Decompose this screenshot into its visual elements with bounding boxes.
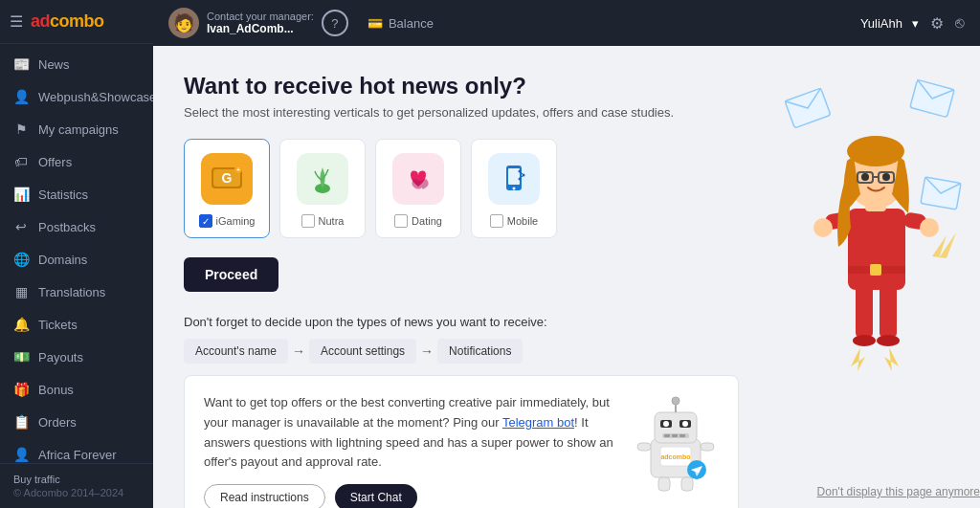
svg-point-47 bbox=[920, 218, 939, 237]
user-section[interactable]: YuliAhh ▾ bbox=[860, 16, 919, 31]
robot-svg: adcombo bbox=[634, 393, 718, 498]
sidebar-footer: Buy traffic © Adcombo 2014–2024 bbox=[0, 463, 153, 508]
orders-icon: 📋 bbox=[13, 414, 29, 430]
arrow-icon-2: → bbox=[420, 343, 434, 359]
svg-rect-29 bbox=[681, 477, 693, 491]
step-account-name[interactable]: Account's name bbox=[184, 339, 288, 364]
sidebar-label-statistics: Statistics bbox=[38, 188, 88, 202]
sidebar-label-orders: Orders bbox=[38, 415, 77, 430]
svg-point-39 bbox=[853, 335, 876, 346]
sidebar-label-news: News bbox=[38, 57, 70, 72]
svg-point-55 bbox=[882, 173, 890, 181]
telegram-bot-link[interactable]: Telegram bot bbox=[502, 415, 574, 430]
sidebar-item-payouts[interactable]: 💵 Payouts bbox=[0, 341, 153, 373]
bot-description: Want to get top offers or the best conve… bbox=[204, 393, 617, 508]
sidebar-nav: 📰 News 👤 Webpush&Showcase ⚑ My campaigns… bbox=[0, 44, 153, 463]
manager-info: Contact your manager: Ivan_AdComb... bbox=[207, 11, 314, 35]
sidebar-item-offers[interactable]: 🏷 Offers bbox=[0, 145, 153, 178]
steps-label: Don't forget to decide upon the types of… bbox=[184, 315, 739, 329]
dating-check-box bbox=[394, 214, 408, 228]
sidebar-item-statistics[interactable]: 📊 Statistics bbox=[0, 178, 153, 210]
sidebar-item-domains[interactable]: 🌐 Domains bbox=[0, 243, 153, 276]
manager-section: 🧑 Contact your manager: Ivan_AdComb... ? bbox=[168, 8, 348, 38]
page-title: Want to receive hot news only? bbox=[184, 73, 739, 99]
start-chat-button[interactable]: Start Chat bbox=[335, 484, 417, 508]
avatar: 🧑 bbox=[168, 8, 199, 38]
steps-row: Account's name → Account settings → Noti… bbox=[184, 339, 739, 364]
dating-label: Dating bbox=[412, 215, 442, 227]
svg-rect-28 bbox=[658, 477, 670, 491]
arrow-icon-1: → bbox=[292, 343, 305, 359]
content-area: Want to receive hot news only? Select th… bbox=[153, 46, 980, 508]
bonus-icon: 🎁 bbox=[13, 382, 29, 397]
tickets-icon: 🔔 bbox=[13, 317, 29, 332]
user-label: YuliAhh bbox=[860, 16, 902, 31]
page-subtitle: Select the most interesting verticals to… bbox=[184, 105, 739, 120]
sidebar-label-campaigns: My campaigns bbox=[38, 122, 119, 137]
mobile-checkbox[interactable]: Mobile bbox=[490, 214, 538, 228]
step-account-settings[interactable]: Account settings bbox=[309, 339, 416, 364]
hero-illustration bbox=[779, 65, 970, 371]
webpush-icon: 👤 bbox=[13, 89, 29, 104]
sidebar-item-africa[interactable]: 👤 Africa Forever bbox=[0, 438, 153, 463]
vertical-card-nutra[interactable]: Nutra bbox=[279, 139, 366, 238]
svg-rect-26 bbox=[637, 443, 651, 451]
main-area: 🧑 Contact your manager: Ivan_AdComb... ?… bbox=[153, 0, 980, 508]
bot-card: Want to get top offers or the best conve… bbox=[184, 375, 739, 508]
mobile-label: Mobile bbox=[507, 215, 538, 227]
sidebar-label-africa: Africa Forever bbox=[38, 448, 117, 462]
vertical-card-igaming[interactable]: G + ✓ iGaming bbox=[184, 139, 270, 238]
statistics-icon: 📊 bbox=[13, 187, 29, 202]
copyright: © Adcombo 2014–2024 bbox=[13, 487, 140, 498]
logout-icon[interactable]: ⎋ bbox=[955, 14, 965, 32]
svg-point-40 bbox=[877, 335, 900, 346]
read-instructions-button[interactable]: Read instructions bbox=[204, 484, 325, 508]
sidebar-label-bonus: Bonus bbox=[38, 383, 74, 397]
sidebar-item-postbacks[interactable]: ↩ Postbacks bbox=[0, 210, 153, 243]
balance-button[interactable]: 💳 Balance bbox=[360, 12, 441, 34]
step-notifications[interactable]: Notifications bbox=[437, 339, 523, 364]
vertical-card-dating[interactable]: Dating bbox=[375, 139, 461, 238]
sidebar-label-domains: Domains bbox=[38, 253, 87, 267]
sidebar-label-tickets: Tickets bbox=[38, 318, 78, 332]
svg-text:+: + bbox=[236, 166, 240, 173]
vertical-card-mobile[interactable]: Mobile bbox=[471, 139, 557, 238]
svg-point-17 bbox=[672, 397, 679, 405]
main-content: Want to receive hot news only? Select th… bbox=[153, 46, 769, 508]
svg-point-46 bbox=[813, 218, 833, 237]
sidebar-item-translations[interactable]: ▦ Translations bbox=[0, 276, 153, 308]
logo: adcombo bbox=[31, 11, 104, 32]
svg-rect-27 bbox=[701, 443, 714, 451]
proceed-button[interactable]: Proceed bbox=[184, 257, 278, 292]
buy-traffic-link[interactable]: Buy traffic bbox=[13, 474, 140, 485]
sidebar-item-orders[interactable]: 📋 Orders bbox=[0, 406, 153, 438]
sidebar-item-webpush[interactable]: 👤 Webpush&Showcase bbox=[0, 80, 153, 113]
dont-display-link[interactable]: Don't display this page anymore bbox=[817, 485, 980, 498]
sidebar: ☰ adcombo 📰 News 👤 Webpush&Showcase ⚑ My… bbox=[0, 0, 153, 508]
dating-checkbox[interactable]: Dating bbox=[394, 214, 442, 228]
nutra-checkbox[interactable]: Nutra bbox=[301, 214, 345, 228]
postbacks-icon: ↩ bbox=[13, 219, 29, 234]
sidebar-label-payouts: Payouts bbox=[38, 350, 83, 364]
svg-rect-38 bbox=[880, 285, 897, 338]
help-icon[interactable]: ? bbox=[322, 10, 348, 36]
translations-icon: ▦ bbox=[13, 284, 29, 299]
sidebar-label-postbacks: Postbacks bbox=[38, 220, 96, 234]
igaming-checkbox[interactable]: ✓ iGaming bbox=[199, 214, 256, 228]
sidebar-item-campaigns[interactable]: ⚑ My campaigns bbox=[0, 113, 153, 145]
sidebar-header: ☰ adcombo bbox=[0, 0, 153, 44]
sidebar-item-tickets[interactable]: 🔔 Tickets bbox=[0, 308, 153, 341]
steps-section: Don't forget to decide upon the types of… bbox=[184, 315, 739, 364]
sidebar-item-bonus[interactable]: 🎁 Bonus bbox=[0, 373, 153, 406]
svg-point-54 bbox=[861, 173, 869, 181]
svg-rect-7 bbox=[508, 168, 520, 185]
sidebar-item-news[interactable]: 📰 News bbox=[0, 48, 153, 80]
igaming-icon-wrap: G + bbox=[201, 153, 253, 205]
svg-point-8 bbox=[513, 188, 516, 190]
settings-icon[interactable]: ⚙ bbox=[930, 14, 944, 33]
sidebar-label-translations: Translations bbox=[38, 285, 105, 299]
bot-buttons: Read instructions Start Chat bbox=[204, 484, 617, 508]
right-illustration: Don't display this page anymore bbox=[769, 46, 980, 508]
hamburger-icon[interactable]: ☰ bbox=[10, 12, 23, 31]
igaming-check-box: ✓ bbox=[199, 214, 212, 228]
